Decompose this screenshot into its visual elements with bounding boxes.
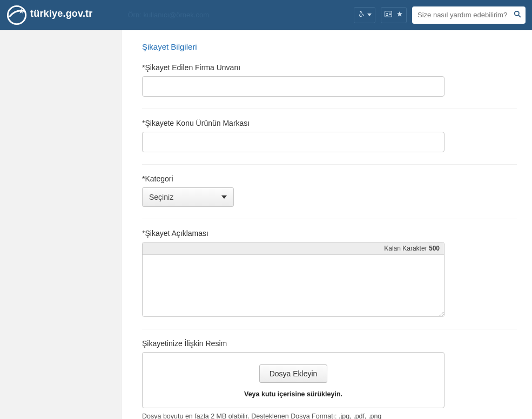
chevron-down-icon <box>221 195 227 199</box>
id-card-icon <box>385 11 392 19</box>
marka-label: *Şikayete Konu Ürünün Markası <box>142 119 517 127</box>
firma-label: *Şikayet Edilen Firma Unvanı <box>142 63 517 72</box>
char-counter-label: Kalan Karakter <box>384 245 429 252</box>
search-icon[interactable] <box>514 10 521 20</box>
kategori-selected-value: Seçiniz <box>149 193 173 201</box>
kategori-label: *Kategori <box>142 174 517 183</box>
id-favorites-button[interactable] <box>381 7 407 23</box>
site-logo[interactable]: türkiye.gov.tr <box>6 5 93 25</box>
aciklama-label: *Şikayet Açıklaması <box>142 229 517 238</box>
wheelchair-icon <box>358 10 365 19</box>
resim-group: Şikayetinize İlişkin Resim Dosya Ekleyin… <box>142 339 517 419</box>
topbar: türkiye.gov.tr Örn: kullanıcı@örnek.com <box>0 0 532 30</box>
svg-point-8 <box>515 11 519 15</box>
help-search[interactable] <box>412 6 526 24</box>
firma-group: *Şikayet Edilen Firma Unvanı <box>142 63 517 109</box>
char-counter-value: 500 <box>429 245 440 252</box>
section-title: Şikayet Bilgileri <box>142 42 517 51</box>
aciklama-group: *Şikayet Açıklaması Kalan Karakter 500 <box>142 229 517 329</box>
kategori-select[interactable]: Seçiniz <box>142 187 234 207</box>
upload-dropzone[interactable]: Dosya Ekleyin Veya kutu içerisine sürükl… <box>142 352 445 408</box>
svg-line-9 <box>518 15 521 17</box>
svg-marker-7 <box>397 11 402 17</box>
edevlet-logo-icon <box>6 5 27 25</box>
svg-point-4 <box>386 13 388 15</box>
brand-text: türkiye.gov.tr <box>30 8 93 19</box>
sidebar <box>0 30 122 419</box>
aciklama-textarea[interactable] <box>143 255 444 316</box>
dim-placeholder-text: Örn: kullanıcı@örnek.com <box>128 11 209 19</box>
resim-label: Şikayetinize İlişkin Resim <box>142 339 517 348</box>
svg-rect-5 <box>389 13 391 13</box>
char-counter: Kalan Karakter 500 <box>143 242 444 255</box>
marka-input[interactable] <box>142 132 445 152</box>
file-format-note: Dosya boyutu en fazla 2 MB olabilir. Des… <box>142 413 517 419</box>
kategori-group: *Kategori Seçiniz <box>142 174 517 219</box>
firma-input[interactable] <box>142 76 445 97</box>
star-icon <box>396 11 403 19</box>
help-search-input[interactable] <box>417 11 509 19</box>
file-add-button[interactable]: Dosya Ekleyin <box>259 364 328 383</box>
brand-subtext <box>30 18 93 22</box>
main-content: Şikayet Bilgileri *Şikayet Edilen Firma … <box>122 30 532 419</box>
chevron-down-icon <box>367 13 372 16</box>
accessibility-button[interactable] <box>354 7 375 23</box>
svg-rect-6 <box>389 14 391 15</box>
marka-group: *Şikayete Konu Ürünün Markası <box>142 119 517 165</box>
upload-drag-hint: Veya kutu içerisine sürükleyin. <box>148 390 439 398</box>
svg-point-2 <box>360 11 361 12</box>
